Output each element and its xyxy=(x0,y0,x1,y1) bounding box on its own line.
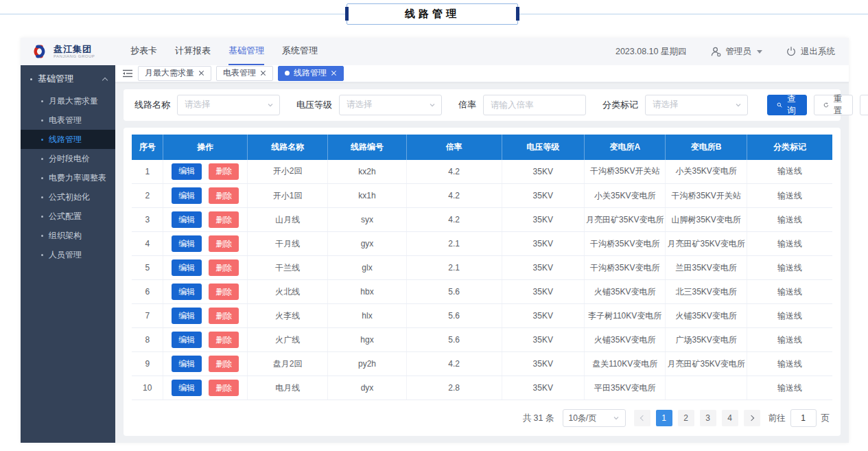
delete-button[interactable]: 删除 xyxy=(209,187,239,204)
cell-code: hgx xyxy=(328,328,406,352)
delete-button[interactable]: 删除 xyxy=(209,308,239,324)
filter-select-1[interactable]: 请选择 xyxy=(177,95,280,115)
page-size-value: 10条/页 xyxy=(569,413,597,424)
edit-button[interactable]: 编辑 xyxy=(172,356,202,372)
edit-button[interactable]: 编辑 xyxy=(172,332,202,348)
filter-input-3[interactable] xyxy=(483,95,586,115)
edit-button[interactable]: 编辑 xyxy=(172,211,202,228)
cell-ratio: 2.8 xyxy=(406,376,502,400)
table-row: 4编辑删除干月线gyx2.135KV干沟桥35KV变电所月亮田矿35KV变电所输… xyxy=(132,232,832,256)
title-accent-left xyxy=(345,7,349,21)
tab-3[interactable]: 线路管理 xyxy=(278,66,344,81)
table-row: 3编辑删除山月线syx4.235KV月亮田矿35KV变电所山脚树35KV变电所输… xyxy=(132,208,832,232)
sidebar-item-5[interactable]: 电费力率调整表 xyxy=(21,168,115,187)
bullet-icon xyxy=(41,235,43,237)
logout-label: 退出系统 xyxy=(801,46,835,58)
app-window: 盘江集团 PANJIANG GROUP 抄表卡计算报表基础管理系统管理 2023… xyxy=(21,38,849,443)
delete-button[interactable]: 删除 xyxy=(209,284,239,300)
next-page-button[interactable] xyxy=(744,410,760,426)
search-icon xyxy=(777,101,782,109)
sidebar-item-2[interactable]: 电表管理 xyxy=(21,111,115,130)
delete-button[interactable]: 删除 xyxy=(209,211,239,228)
sidebar-item-4[interactable]: 分时段电价 xyxy=(21,149,115,168)
app-header: 盘江集团 PANJIANG GROUP 抄表卡计算报表基础管理系统管理 2023… xyxy=(21,38,849,65)
edit-button[interactable]: 编辑 xyxy=(172,259,202,276)
sidebar-item-6[interactable]: 公式初始化 xyxy=(21,187,115,207)
close-icon[interactable] xyxy=(198,70,204,76)
cell-index: 6 xyxy=(132,280,163,304)
add-button[interactable]: 新增 xyxy=(860,95,868,115)
sidebar-item-label: 公式配置 xyxy=(49,211,82,222)
cell-tag: 输送线 xyxy=(747,184,832,208)
table-card: 序号操作线路名称线路编号倍率电压等级变电所A变电所B分类标记 1编辑删除开小2回… xyxy=(124,128,841,437)
cell-actions: 编辑删除 xyxy=(163,184,248,208)
close-icon[interactable] xyxy=(260,70,266,76)
sidebar-item-3[interactable]: 线路管理 xyxy=(21,130,115,149)
cell-station_b: 兰田35KV变电所 xyxy=(666,256,747,280)
column-header-7: 变电所A xyxy=(585,135,666,160)
sidebar-item-9[interactable]: 人员管理 xyxy=(21,245,115,264)
edit-button[interactable]: 编辑 xyxy=(172,308,202,324)
chevron-down-icon xyxy=(267,102,274,108)
sidebar-group-basic-management[interactable]: 基础管理 xyxy=(21,67,115,91)
cell-name: 山月线 xyxy=(247,208,327,232)
page-button-1[interactable]: 1 xyxy=(656,410,672,426)
sidebar-item-1[interactable]: 月最大需求量 xyxy=(21,91,115,111)
cell-actions: 编辑删除 xyxy=(163,232,248,256)
tab-1[interactable]: 月最大需求量 xyxy=(138,66,211,81)
delete-button[interactable]: 删除 xyxy=(209,259,239,276)
cell-code: glx xyxy=(328,256,406,280)
nav-item-2[interactable]: 计算报表 xyxy=(175,38,211,65)
delete-button[interactable]: 删除 xyxy=(209,235,239,252)
cell-code: hlx xyxy=(328,304,406,328)
tab-active-dot-icon xyxy=(285,71,290,76)
bullet-icon xyxy=(41,139,43,141)
tabs-collapse-icon[interactable] xyxy=(122,69,133,78)
logout-button[interactable]: 退出系统 xyxy=(786,46,835,58)
edit-button[interactable]: 编辑 xyxy=(172,163,202,180)
delete-button[interactable]: 删除 xyxy=(209,163,239,180)
page-button-2[interactable]: 2 xyxy=(678,410,694,426)
edit-button[interactable]: 编辑 xyxy=(172,235,202,252)
sidebar-item-7[interactable]: 公式配置 xyxy=(21,207,115,226)
cell-ratio: 5.6 xyxy=(406,328,502,352)
sidebar-item-label: 月最大需求量 xyxy=(49,95,98,107)
prev-page-button[interactable] xyxy=(634,410,650,426)
edit-button[interactable]: 编辑 xyxy=(172,284,202,300)
brand: 盘江集团 PANJIANG GROUP xyxy=(29,43,115,60)
cell-index: 3 xyxy=(132,208,163,232)
nav-item-3[interactable]: 基础管理 xyxy=(228,38,264,65)
cell-index: 10 xyxy=(132,376,163,400)
search-button[interactable]: 查询 xyxy=(767,95,807,115)
delete-button[interactable]: 删除 xyxy=(209,356,239,372)
page-size-select[interactable]: 10条/页 xyxy=(563,409,626,427)
cell-name: 盘月2回 xyxy=(247,352,327,376)
tab-2[interactable]: 电表管理 xyxy=(216,66,273,81)
select-placeholder: 请选择 xyxy=(185,99,211,111)
close-icon[interactable] xyxy=(331,70,337,76)
edit-button[interactable]: 编辑 xyxy=(172,380,202,396)
goto-page-input[interactable] xyxy=(790,409,817,427)
nav-item-1[interactable]: 抄表卡 xyxy=(130,38,157,65)
page-button-4[interactable]: 4 xyxy=(722,410,738,426)
page-button-3[interactable]: 3 xyxy=(700,410,716,426)
nav-item-4[interactable]: 系统管理 xyxy=(282,38,318,65)
column-header-8: 变电所B xyxy=(666,135,747,160)
cell-index: 7 xyxy=(132,304,163,328)
sidebar-item-8[interactable]: 组织架构 xyxy=(21,226,115,245)
page-title: 线路管理 xyxy=(405,8,460,21)
content: 线路名称请选择电压等级请选择倍率分类标记请选择 查询 xyxy=(115,82,849,443)
edit-button[interactable]: 编辑 xyxy=(172,187,202,204)
cell-station_b: 山脚树35KV变电所 xyxy=(666,208,747,232)
cell-actions: 编辑删除 xyxy=(163,328,248,352)
tab-label: 电表管理 xyxy=(223,67,256,79)
chevron-left-icon xyxy=(640,415,645,421)
user-menu[interactable]: 管理员 xyxy=(710,46,763,58)
reset-button[interactable]: 重置 xyxy=(814,95,854,115)
filter-select-4[interactable]: 请选择 xyxy=(645,95,748,115)
filter-select-2[interactable]: 请选择 xyxy=(339,95,442,115)
delete-button[interactable]: 删除 xyxy=(209,332,239,348)
bullet-icon xyxy=(41,119,43,122)
cell-tag: 输送线 xyxy=(747,304,832,328)
delete-button[interactable]: 删除 xyxy=(209,380,239,396)
